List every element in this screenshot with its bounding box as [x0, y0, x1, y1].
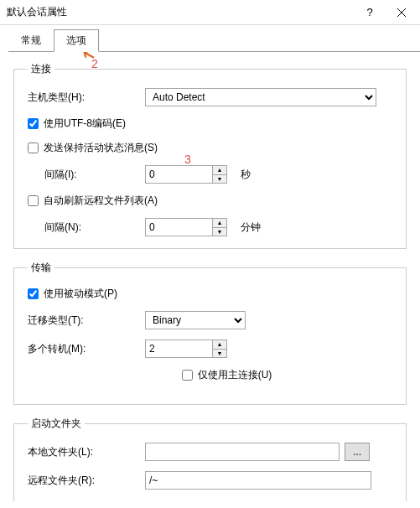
interval1-label: 间隔(I):: [28, 168, 145, 182]
chevron-up-icon[interactable]: ▲: [213, 219, 226, 228]
local-folder-label: 本地文件夹(L):: [28, 445, 145, 459]
interval2-spin-buttons[interactable]: ▲▼: [212, 218, 227, 236]
annotation-2: 2: [91, 57, 98, 70]
keepalive-label: 发送保持活动状态消息(S): [44, 141, 158, 155]
transfer-legend: 传输: [28, 261, 54, 275]
tab-options[interactable]: 选项: [54, 29, 99, 52]
startup-group: 启动文件夹 本地文件夹(L): ... 远程文件夹(R):: [13, 417, 407, 501]
interval1-input[interactable]: [145, 165, 212, 184]
local-folder-input[interactable]: [145, 443, 340, 461]
passive-checkbox[interactable]: [28, 288, 39, 299]
interval2-input[interactable]: [145, 218, 212, 236]
connection-legend: 连接: [28, 62, 54, 76]
main-only-checkbox[interactable]: [182, 370, 193, 381]
startup-legend: 启动文件夹: [28, 417, 85, 431]
ellipsis-icon: ...: [353, 446, 361, 458]
main-only-label: 仅使用主连接(U): [198, 368, 272, 382]
autorefresh-label: 自动刷新远程文件列表(A): [44, 194, 158, 208]
chevron-up-icon[interactable]: ▲: [213, 340, 226, 350]
keepalive-checkbox[interactable]: [28, 143, 39, 153]
interval1-spin-buttons[interactable]: ▲▼: [212, 165, 227, 184]
remote-folder-input[interactable]: [145, 471, 371, 490]
multi-spinner[interactable]: ▲▼: [145, 340, 229, 358]
autorefresh-checkbox[interactable]: [28, 195, 39, 206]
multi-input[interactable]: [145, 340, 212, 358]
help-button[interactable]: ?: [357, 0, 382, 25]
content-area: ➔ 2 3 连接 主机类型(H): Auto Detect 使用UTF-8编码(…: [0, 52, 420, 501]
host-type-label: 主机类型(H):: [28, 91, 145, 105]
multi-label: 多个转机(M):: [28, 342, 145, 356]
utf8-checkbox[interactable]: [28, 118, 39, 129]
interval1-unit: 秒: [241, 168, 251, 182]
transfer-type-select[interactable]: Binary: [145, 311, 246, 329]
close-button[interactable]: [382, 0, 420, 25]
transfer-group: 传输 使用被动模式(P) 迁移类型(T): Binary 多个转机(M): ▲▼…: [13, 261, 407, 405]
chevron-up-icon[interactable]: ▲: [213, 166, 226, 175]
interval2-unit: 分钟: [241, 220, 261, 235]
chevron-down-icon[interactable]: ▼: [213, 228, 226, 236]
browse-button[interactable]: ...: [345, 443, 370, 461]
window-title: 默认会话属性: [7, 5, 357, 19]
annotation-3: 3: [184, 153, 191, 166]
interval2-label: 间隔(N):: [28, 220, 145, 235]
host-type-select[interactable]: Auto Detect: [145, 88, 376, 106]
tab-bar: 常规 选项: [8, 32, 420, 52]
passive-label: 使用被动模式(P): [44, 287, 117, 301]
transfer-type-label: 迁移类型(T):: [28, 314, 145, 328]
titlebar: 默认会话属性 ?: [0, 0, 420, 25]
chevron-down-icon[interactable]: ▼: [213, 175, 226, 184]
remote-folder-label: 远程文件夹(R):: [28, 474, 145, 488]
tab-general[interactable]: 常规: [8, 29, 54, 52]
interval2-spinner[interactable]: ▲▼: [145, 218, 229, 236]
connection-group: 连接 主机类型(H): Auto Detect 使用UTF-8编码(E) 发送保…: [13, 62, 407, 249]
multi-spin-buttons[interactable]: ▲▼: [212, 340, 227, 358]
chevron-down-icon[interactable]: ▼: [213, 350, 226, 358]
utf8-label: 使用UTF-8编码(E): [44, 117, 126, 131]
close-icon: [397, 8, 406, 17]
interval1-spinner[interactable]: ▲▼: [145, 165, 229, 184]
